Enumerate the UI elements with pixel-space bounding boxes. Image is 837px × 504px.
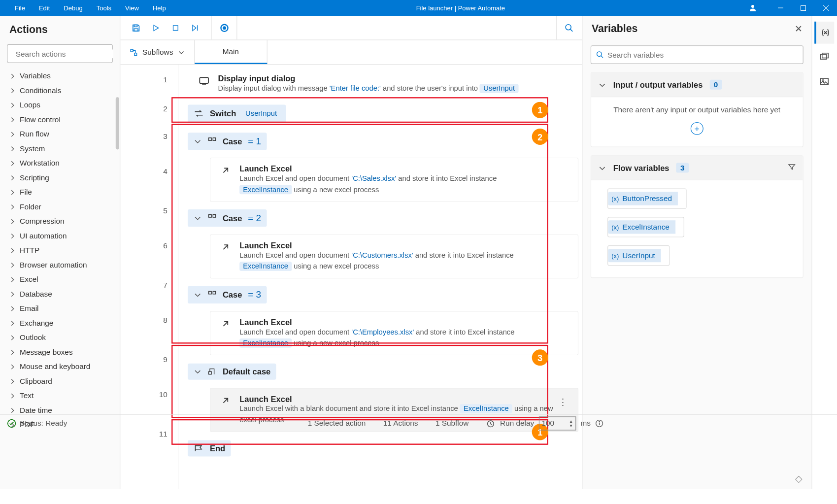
title-bar: File Edit Debug Tools View Help File lau… (0, 0, 837, 16)
maximize-button[interactable] (792, 0, 814, 16)
end-icon (194, 444, 204, 453)
tab-main[interactable]: Main (195, 40, 268, 64)
action-end[interactable]: End (188, 440, 231, 456)
collapse-icon[interactable] (194, 137, 202, 146)
filter-icon[interactable] (788, 163, 796, 173)
info-icon[interactable] (595, 419, 603, 428)
action-cat-scripting[interactable]: Scripting (2, 170, 120, 185)
subflows-dropdown[interactable]: Subflows (120, 40, 195, 64)
run-button[interactable] (146, 18, 166, 37)
actions-count: 11 Actions (383, 419, 418, 428)
ui-elements-tab-icon[interactable] (815, 46, 835, 68)
close-button[interactable] (814, 0, 837, 16)
action-cat-http[interactable]: HTTP (2, 243, 120, 258)
flow-count: 3 (676, 163, 689, 173)
action-cat-excel[interactable]: Excel (2, 272, 120, 287)
action-default-case[interactable]: Default case (188, 364, 276, 380)
menu-tools[interactable]: Tools (90, 0, 118, 16)
action-cat-flow-control[interactable]: Flow control (2, 112, 120, 127)
stop-button[interactable] (166, 18, 185, 37)
action-cat-conditionals[interactable]: Conditionals (2, 83, 120, 98)
action-cat-exchange[interactable]: Exchange (2, 316, 120, 331)
action-case-1[interactable]: Case = 1 (188, 133, 267, 150)
action-cat-system[interactable]: System (2, 141, 120, 156)
svg-rect-15 (131, 49, 133, 52)
save-button[interactable] (126, 18, 146, 37)
variable-userinput: UserInput (242, 109, 280, 118)
svg-rect-28 (821, 54, 827, 59)
actions-scrollbar[interactable] (116, 97, 119, 149)
menu-edit[interactable]: Edit (32, 0, 57, 16)
images-tab-icon[interactable] (815, 70, 835, 93)
action-cat-ui-automation[interactable]: UI automation (2, 229, 120, 243)
action-cat-run-flow[interactable]: Run flow (2, 127, 120, 141)
action-cat-outlook[interactable]: Outlook (2, 330, 120, 345)
minimize-button[interactable] (769, 0, 792, 16)
eraser-icon[interactable]: ◇ (795, 473, 802, 484)
flow-variables-section: Flow variables 3 (x)ButtonPressed (x)Exc… (591, 155, 804, 278)
svg-rect-24 (209, 371, 212, 374)
action-cat-workstation[interactable]: Workstation (2, 156, 120, 170)
dialog-icon (196, 74, 212, 87)
action-cat-database[interactable]: Database (2, 287, 120, 301)
io-variables-header[interactable]: Input / output variables 0 (591, 73, 803, 98)
action-cat-loops[interactable]: Loops (2, 98, 120, 112)
svg-rect-7 (134, 25, 137, 27)
menu-view[interactable]: View (118, 0, 146, 16)
search-icon (596, 51, 604, 59)
switch-icon (194, 108, 204, 119)
delay-spinner[interactable]: ▲▼ (569, 419, 573, 428)
collapse-icon[interactable] (194, 291, 202, 299)
actions-search[interactable] (7, 44, 113, 63)
subflow-bar: Subflows Main (120, 40, 582, 65)
svg-point-0 (751, 5, 754, 8)
variable-userinput[interactable]: (x)UserInput (607, 245, 670, 266)
action-cat-text[interactable]: Text (2, 388, 120, 403)
flow-variables-header[interactable]: Flow variables 3 (591, 156, 803, 180)
action-cat-file[interactable]: File (2, 185, 120, 200)
record-button[interactable] (212, 16, 237, 39)
subflow-icon (130, 48, 138, 56)
variables-search[interactable] (591, 45, 804, 64)
main-menu: File Edit Debug Tools View Help (0, 0, 173, 16)
menu-file[interactable]: File (8, 0, 32, 16)
more-menu-icon[interactable]: ⋮ (558, 397, 568, 407)
workspace-toolbar (120, 16, 582, 40)
user-icon[interactable] (748, 3, 757, 12)
action-cat-mouse-keyboard[interactable]: Mouse and keyboard (2, 359, 120, 374)
collapse-icon[interactable] (194, 368, 202, 376)
svg-rect-2 (801, 5, 805, 10)
action-launch-excel-3[interactable]: Launch Excel Launch Excel and open docum… (210, 311, 578, 355)
variable-buttonpressed[interactable]: (x)ButtonPressed (607, 188, 687, 208)
action-display-input-dialog[interactable]: Display input dialog Display input dialo… (196, 74, 519, 94)
svg-rect-23 (213, 291, 216, 294)
action-cat-clipboard[interactable]: Clipboard (2, 374, 120, 389)
action-case-3[interactable]: Case = 3 (188, 286, 267, 303)
action-switch[interactable]: Switch UserInput (188, 105, 286, 122)
action-case-2[interactable]: Case = 2 (188, 209, 267, 227)
action-cat-message-boxes[interactable]: Message boxes (2, 345, 120, 360)
action-cat-folder[interactable]: Folder (2, 200, 120, 214)
variables-search-input[interactable] (607, 50, 798, 59)
variable-excelinstance[interactable]: (x)ExcelInstance (607, 217, 684, 237)
action-cat-browser-automation[interactable]: Browser automation (2, 258, 120, 272)
step-button[interactable] (185, 18, 205, 37)
run-delay-input[interactable]: 100 ▲▼ (539, 416, 576, 430)
add-variable-button[interactable]: + (691, 122, 703, 135)
action-cat-variables[interactable]: Variables (2, 68, 120, 83)
annotation-callout-2: 2 (532, 129, 548, 145)
action-launch-excel-2[interactable]: Launch Excel Launch Excel and open docum… (210, 235, 578, 278)
menu-debug[interactable]: Debug (57, 0, 89, 16)
collapse-icon[interactable] (194, 214, 202, 222)
annotation-callout-1: 1 (532, 102, 548, 118)
menu-help[interactable]: Help (146, 0, 173, 16)
status-bar: Status: Ready 1 Selected action 11 Actio… (0, 414, 837, 432)
window-title: File launcher | Power Automate (173, 4, 748, 12)
action-launch-excel-1[interactable]: Launch Excel Launch Excel and open docum… (210, 158, 578, 202)
action-cat-email[interactable]: Email (2, 301, 120, 316)
workspace-search-button[interactable] (556, 16, 582, 39)
close-panel-button[interactable]: ✕ (795, 23, 802, 34)
variables-tab-icon[interactable] (815, 22, 835, 44)
action-cat-compression[interactable]: Compression (2, 214, 120, 229)
actions-search-input[interactable] (16, 49, 113, 58)
